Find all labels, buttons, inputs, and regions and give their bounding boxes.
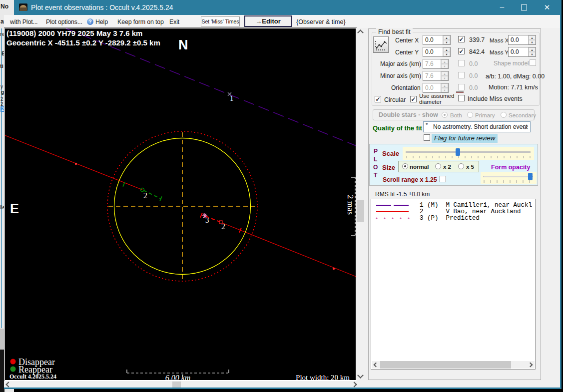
legend-line-samples — [375, 201, 415, 226]
major-axis-arrows: ▲▼ — [441, 59, 448, 68]
hscroll-right-arrow[interactable] — [351, 382, 357, 387]
chord2-line-right — [222, 223, 356, 277]
legend-row[interactable]: 2 V Bao, near Auckland — [420, 208, 521, 215]
vscroll-thumb[interactable] — [357, 200, 364, 222]
hscroll-left-arrow[interactable] — [5, 382, 11, 387]
center-x-label: Center X — [395, 37, 419, 44]
center-x-spinner[interactable]: 0.0 ▲▼ — [423, 35, 451, 45]
scale-ticks — [403, 155, 534, 159]
plot-vertical-o: O — [373, 164, 378, 171]
scroll-range-checkbox[interactable] — [440, 176, 446, 182]
chart-icon — [374, 37, 389, 52]
east-label: E — [10, 201, 19, 216]
legend-hscrollbar[interactable] — [372, 361, 535, 369]
close-button[interactable]: ✕ — [536, 0, 558, 15]
vertical-scale-label: 2 mas — [346, 195, 355, 215]
set-miss-times-button[interactable]: Set 'Miss' Times — [201, 16, 240, 26]
legend-hscroll-thumb[interactable] — [380, 361, 511, 369]
chord2-green-label: 2 — [143, 191, 147, 200]
quality-combobox[interactable]: * No astrometry. Short duration event — [423, 121, 531, 132]
chord2-dot-left — [75, 163, 77, 165]
legend-listbox[interactable]: 1 (M) M Camilleri, near Auckl 2 V Bao, n… — [371, 199, 536, 370]
menu-help[interactable]: Help — [95, 18, 108, 25]
mass-y-arrows[interactable]: ▲▼ — [528, 47, 536, 56]
primary-radio — [467, 112, 473, 118]
plot-vscrollbar[interactable] — [356, 28, 365, 381]
maximize-button[interactable] — [521, 4, 527, 10]
hscroll-thumb[interactable] — [172, 382, 181, 388]
fit-x-checkbox[interactable]: ✓ — [458, 36, 465, 42]
circular-label: Circular — [384, 96, 406, 103]
window-border-right — [560, 0, 562, 389]
size-x5-radio[interactable] — [458, 163, 464, 169]
minor-axis-spinner: 7.6 ▲▼ — [423, 71, 449, 81]
fit-y-checkbox[interactable]: ✓ — [458, 48, 465, 54]
version-label: Occult 4.2025.5.24 — [9, 373, 56, 380]
help-icon[interactable]: ? — [87, 18, 93, 25]
size-normal-radio[interactable] — [402, 163, 408, 169]
major-axis-label: Major axis (km) — [380, 60, 421, 67]
scale-slider[interactable] — [403, 147, 534, 160]
vscroll-up-arrow[interactable] — [357, 29, 364, 36]
major-axis-value: 7.6 — [423, 59, 441, 68]
legend-hscroll-left-arrow[interactable] — [374, 363, 379, 368]
mass-y-label: Mass Y — [490, 49, 509, 55]
shape-model-label: Shape model — [494, 60, 529, 67]
orientation-label: Orientation — [391, 84, 421, 91]
circular-checkbox[interactable]: ✓ — [375, 96, 381, 102]
mass-x-spinner[interactable]: 0.0 ▲▼ — [508, 35, 536, 45]
flag-review-checkbox[interactable] — [424, 134, 430, 141]
primary-label: Primary — [475, 112, 495, 118]
center-y-arrows[interactable]: ▲▼ — [443, 47, 450, 56]
minimize-button[interactable]: – — [491, 0, 513, 15]
menu-exit[interactable]: Exit — [169, 18, 179, 25]
menu-with-plot[interactable]: with Plot... — [10, 18, 37, 25]
size-x2-radio[interactable] — [435, 163, 441, 169]
horizontal-scale-bracket — [127, 370, 229, 373]
mass-y-spinner[interactable]: 0.0 ▲▼ — [508, 47, 536, 57]
scale-thumb[interactable] — [456, 148, 460, 156]
mass-x-arrows[interactable]: ▲▼ — [528, 35, 536, 44]
opacity-thumb[interactable] — [528, 173, 533, 180]
rms-fit-label: RMS fit -1.5 ±0.0 km — [375, 191, 430, 198]
legend-row[interactable]: 1 (M) M Camilleri, near Auckl — [420, 202, 532, 209]
fit-x-value: 339.7 — [469, 36, 485, 43]
red-tick-start — [200, 213, 202, 217]
legend-hscroll-right-arrow[interactable] — [528, 363, 533, 368]
plot-canvas[interactable]: 2 3 2 1 (119008) 2000 YH79 2025 May 3 7.… — [5, 28, 356, 380]
double-stars-title: Double stars - show — [379, 111, 438, 118]
scroll-range-label: Scroll range x 1.25 — [383, 176, 437, 183]
chord2-dot-right — [333, 268, 335, 270]
quality-value: No astrometry. Short duration event — [433, 123, 528, 130]
fit-chart-button[interactable] — [373, 36, 389, 53]
plot-vertical-p: P — [374, 148, 378, 155]
use-assumed-label2: diameter — [419, 99, 442, 105]
mass-y-value: 0.0 — [509, 47, 528, 56]
size-x2-label: x 2 — [443, 164, 451, 170]
use-assumed-checkbox[interactable]: ✓ — [410, 96, 417, 102]
minor-axis-checkbox — [458, 72, 465, 78]
plot-hscrollbar[interactable] — [4, 381, 365, 388]
menu-plot-options[interactable]: Plot options... — [46, 18, 82, 25]
secondary-label: Secondary — [509, 112, 536, 118]
disappear-dot — [10, 359, 16, 365]
center-x-arrows[interactable]: ▲▼ — [443, 35, 450, 44]
both-radio — [442, 112, 448, 118]
center-y-value: 0.0 — [423, 47, 443, 56]
scale-label: Scale — [382, 150, 399, 157]
form-opacity-label: Form opacity — [491, 164, 531, 171]
plot-title-line2: Geocentric X -4511.5 ±0.2 Y -2829.2 ±0.5… — [6, 38, 160, 47]
mass-x-value: 0.0 — [509, 35, 528, 44]
editor-button[interactable]: →Editor — [244, 15, 292, 27]
center-y-spinner[interactable]: 0.0 ▲▼ — [423, 47, 451, 57]
opacity-slider[interactable] — [481, 172, 537, 184]
horizontal-scale-label: 6.00 km — [165, 374, 191, 380]
minor-axis-label: Minor axis (km) — [380, 72, 421, 79]
quality-label: Quality of the fit — [373, 124, 422, 132]
menu-keep-on-top[interactable]: Keep form on top — [117, 18, 164, 25]
motion-label: Motion: 7.71 km/s — [489, 84, 538, 91]
include-miss-checkbox[interactable] — [458, 95, 465, 101]
legend-row[interactable]: 3 (P) Predicted — [420, 215, 480, 222]
vscroll-down-arrow[interactable] — [357, 372, 364, 379]
orientation-value: 0.0 — [423, 83, 441, 92]
